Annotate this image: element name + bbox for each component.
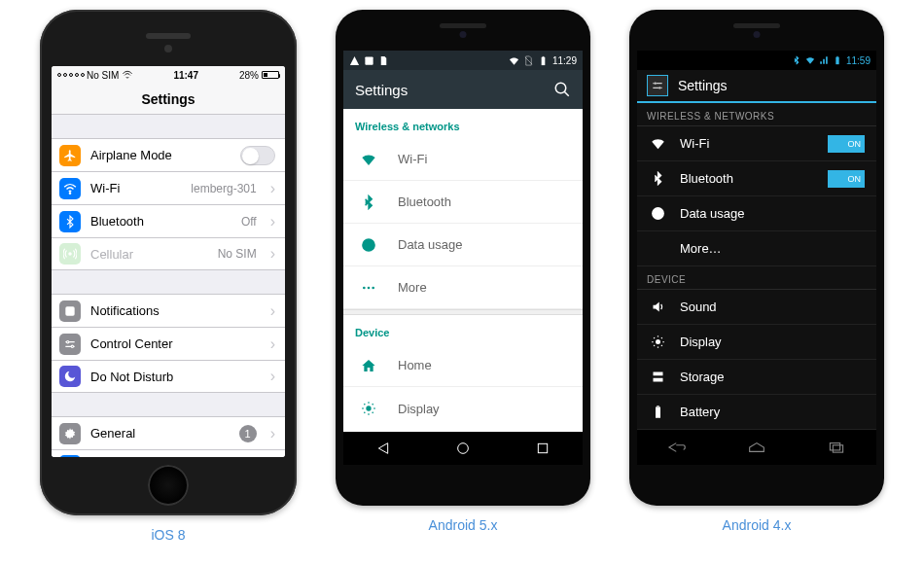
more-row[interactable]: More… [637,231,876,266]
svg-rect-28 [657,406,659,406]
general-row[interactable]: General 1 › [52,416,285,449]
bluetooth-row[interactable]: Bluetooth ON [637,161,876,196]
wifi-icon [649,136,666,151]
android5-caption: Android 5.x [429,517,498,533]
svg-point-4 [71,345,73,347]
chevron-right-icon: › [270,425,275,442]
data-usage-row[interactable]: Data usage [343,224,583,266]
control-center-row[interactable]: Control Center › [52,327,285,360]
home-button[interactable] [455,441,471,456]
bluetooth-icon [59,211,81,232]
battery-row[interactable]: Battery [637,395,876,430]
picture-icon [364,55,374,66]
svg-rect-10 [543,55,545,56]
home-button[interactable] [746,441,767,454]
battery-icon [649,405,666,419]
chevron-right-icon: › [270,245,275,263]
data-usage-label: Data usage [680,206,865,221]
home-icon [359,358,378,373]
svg-rect-20 [836,56,838,57]
bluetooth-label: Bluetooth [90,214,231,229]
dnd-row[interactable]: Do Not Disturb › [52,360,285,393]
battery-pct-label: 28% [239,70,259,81]
display-brightness-row[interactable]: AA Display & Brightness › [52,449,285,457]
warning-icon [349,55,360,66]
svg-point-15 [372,286,374,289]
bluetooth-label: Bluetooth [398,194,451,209]
android5-navbar [343,432,583,465]
control-center-label: Control Center [90,336,257,351]
sound-row[interactable]: Sound [637,290,876,325]
airplane-switch[interactable] [240,146,275,165]
android4-device: 11:59 Settings WIRELESS & NETWORKS Wi-Fi… [629,10,884,506]
airplane-mode-row[interactable]: Airplane Mode [52,138,285,171]
svg-point-22 [658,87,660,88]
sim-icon [378,55,389,66]
bluetooth-icon [359,194,378,210]
text-size-icon: AA [59,455,81,457]
bluetooth-row[interactable]: Bluetooth [343,181,583,224]
bluetooth-icon [649,171,666,186]
airplane-icon [59,145,81,166]
android5-status-bar: 11:29 [343,51,583,70]
bluetooth-status-icon [792,55,801,65]
data-usage-row[interactable]: Data usage [637,196,876,231]
svg-rect-26 [653,378,662,382]
svg-point-3 [67,340,69,342]
storage-icon [649,370,666,384]
notifications-icon [59,300,81,322]
settings-app-icon [647,75,668,96]
android4-caption: Android 4.x [723,517,792,533]
wifi-row[interactable]: Wi-Fi [343,138,583,181]
display-row[interactable]: Display [637,325,876,360]
display-label: Display [680,335,865,349]
wifi-value: lemberg-301 [191,182,256,195]
more-label: More… [680,241,865,256]
wifi-label: Wi-Fi [398,152,427,166]
display-icon [359,401,378,416]
home-row[interactable]: Home [343,344,583,387]
svg-point-23 [652,208,662,219]
home-button[interactable] [148,465,189,506]
svg-rect-34 [833,445,842,452]
storage-row[interactable]: Storage [637,360,876,395]
ios-status-bar: No SIM 11:47 28% [52,66,285,84]
recents-button[interactable] [826,441,847,454]
wifi-status-icon [805,55,815,65]
notifications-label: Notifications [90,303,257,318]
moon-icon [59,366,81,387]
svg-rect-27 [656,407,660,418]
android4-titlebar: Settings [637,70,876,103]
svg-rect-25 [653,372,662,376]
cellular-label: Cellular [90,247,208,262]
search-icon[interactable] [553,81,571,98]
wifi-row[interactable]: Wi-Fi lemberg-301 › [52,171,285,204]
more-row[interactable]: More [343,266,583,309]
wifi-toggle[interactable]: ON [828,135,865,153]
page-title: Settings [141,91,195,107]
bluetooth-value: Off [241,215,257,229]
control-center-icon [59,334,81,355]
gear-icon [59,423,81,444]
svg-rect-8 [365,56,373,64]
svg-rect-2 [65,306,74,315]
section-device-header: Device [343,315,583,344]
cellular-row: Cellular No SIM › [52,237,285,270]
wifi-status-icon [509,55,519,66]
wifi-row[interactable]: Wi-Fi ON [637,126,876,161]
sound-icon [649,300,666,314]
battery-label: Battery [680,405,865,419]
battery-status-icon [538,55,549,66]
display-row[interactable]: Display [343,387,583,430]
svg-point-21 [655,83,657,85]
bluetooth-toggle[interactable]: ON [828,170,865,188]
cellular-icon [59,243,81,265]
back-button[interactable] [375,441,391,456]
recents-button[interactable] [535,441,551,456]
more-icon [359,280,378,296]
display-icon [649,335,666,349]
notifications-row[interactable]: Notifications › [52,294,285,327]
bluetooth-row[interactable]: Bluetooth Off › [52,204,285,237]
back-button[interactable] [666,441,688,454]
signal-icon [819,55,829,65]
